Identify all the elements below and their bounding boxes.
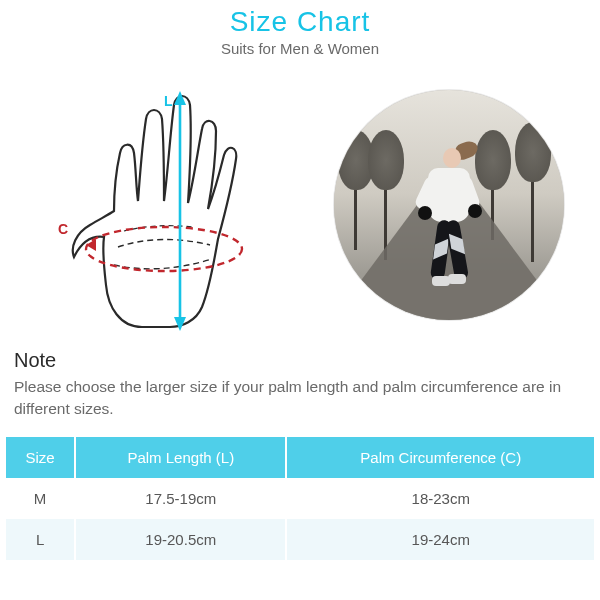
table-row: L 19-20.5cm 19-24cm: [6, 519, 594, 560]
cell-size: L: [6, 519, 75, 560]
length-label: L: [164, 93, 173, 109]
lifestyle-photo: [334, 90, 564, 320]
size-table-head: Size Palm Length (L) Palm Circumference …: [6, 437, 594, 478]
note-section: Note Please choose the larger size if yo…: [0, 335, 600, 419]
table-row: M 17.5-19cm 18-23cm: [6, 478, 594, 519]
col-length: Palm Length (L): [75, 437, 286, 478]
figures-row: L C: [0, 57, 600, 335]
header: Size Chart Suits for Men & Women: [0, 0, 600, 57]
page-title: Size Chart: [0, 6, 600, 38]
note-text: Please choose the larger size if your pa…: [14, 376, 586, 419]
note-heading: Note: [14, 349, 586, 372]
col-circumference: Palm Circumference (C): [286, 437, 594, 478]
svg-marker-3: [174, 91, 186, 105]
cell-size: M: [6, 478, 75, 519]
runner-illustration: [414, 142, 484, 292]
size-table: Size Palm Length (L) Palm Circumference …: [6, 437, 594, 560]
cell-circumference: 19-24cm: [286, 519, 594, 560]
col-size: Size: [6, 437, 75, 478]
cell-circumference: 18-23cm: [286, 478, 594, 519]
circumference-label: C: [58, 221, 68, 237]
page-subtitle: Suits for Men & Women: [0, 40, 600, 57]
cell-length: 19-20.5cm: [75, 519, 286, 560]
cell-length: 17.5-19cm: [75, 478, 286, 519]
hand-measurement-diagram: L C: [60, 75, 275, 335]
